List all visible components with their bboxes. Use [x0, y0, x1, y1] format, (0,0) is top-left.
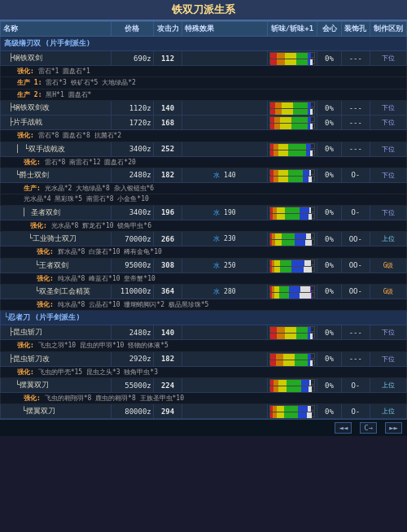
section-row: 高级缮刃双 (片手剑派生): [1, 37, 407, 51]
col-special: 特殊效果: [182, 22, 267, 37]
weapon-name-cell: └工业骑士双刀: [1, 232, 112, 246]
create-cell: G级: [370, 284, 407, 299]
material-row: 强化: 飞虫的翱翔羽*8 鹿虫的翱羽*8 王族圣甲虫*10: [1, 393, 407, 404]
weapon-row[interactable]: └摆翼双刀80000z2940%O-上位: [1, 404, 407, 419]
sharpness-bar-plus: [269, 266, 316, 272]
weapon-row[interactable]: └爵士双剑2480z182水 1400%O-下位: [1, 168, 407, 182]
element-cell: 水 190: [182, 205, 267, 220]
col-slots: 装饰孔: [341, 22, 370, 37]
element-cell: 水 230: [182, 232, 267, 246]
weapon-name-cell: └王者双剑: [1, 258, 112, 273]
material-row: 强化: 雷石*1 圆盘石*1: [1, 66, 407, 77]
sharpness-bar-normal: [269, 169, 316, 175]
sharpness-bar-normal: [269, 207, 316, 212]
price-cell: 3400z: [111, 205, 153, 220]
sharpness-cell: [267, 258, 317, 273]
sharpness-bar-normal: [269, 116, 316, 122]
page-title: 铁双刀派生系: [0, 0, 407, 21]
sharpness-bar-plus: [269, 59, 316, 64]
sharpness-bar-plus: [269, 386, 316, 391]
element-cell: [182, 116, 267, 130]
affinity-cell: 0%: [317, 142, 341, 156]
weapon-name-cell: ├片手战戟: [1, 116, 112, 130]
weapon-name-cell: └爵士双剑: [1, 168, 112, 182]
material-row: 强化: 飞虫的甲壳*15 昆虫之头*3 独角甲虫*3: [1, 366, 407, 377]
weapon-row[interactable]: ├钢铁双剑改1120z1400%---下位: [1, 101, 407, 116]
slots-cell: ---: [341, 116, 370, 130]
sharpness-bar-plus: [269, 360, 316, 365]
weapon-table: 名称 价格 攻击力 特殊效果 斩味/斩味+1 会心 装饰孔 制作区别 高级缮刃双…: [0, 21, 407, 419]
atk-cell: 140: [153, 101, 182, 116]
create-cell: 下位: [370, 325, 407, 340]
weapon-name-cell: │ 圣者双剑: [1, 205, 112, 220]
create-cell: 下位: [370, 51, 407, 66]
sharpness-cell: [267, 404, 317, 419]
weapon-row[interactable]: ├片手战戟1720z1680%---下位: [1, 116, 407, 130]
sharpness-bar-normal: [269, 143, 316, 149]
weapon-row[interactable]: └王者双剑95000z308水 2500%OO-G级: [1, 258, 407, 273]
sharpness-bar-plus: [269, 239, 316, 245]
weapon-row[interactable]: │ └双手战戟改3400z2520%---下位: [1, 142, 407, 156]
nav-left[interactable]: ◄◄: [335, 422, 352, 434]
atk-cell: 182: [153, 351, 182, 366]
atk-cell: 224: [153, 378, 182, 393]
weapon-name-cell: ├昆虫斩刀: [1, 325, 112, 340]
material-row: 生产: 光水晶*2 大地绿晶*8 杂入银链虫*6: [1, 182, 407, 194]
affinity-cell: 0%: [317, 325, 341, 340]
material-row: 生产 1: 雷石*3 铁矿石*5 大地绿晶*2: [1, 77, 407, 89]
weapon-name-cell: └双圣剑工会精英: [1, 284, 112, 299]
col-sharp: 斩味/斩味+1: [267, 22, 317, 37]
atk-cell: 196: [153, 205, 182, 220]
affinity-cell: 0%: [317, 404, 341, 419]
sharpness-bar-normal: [269, 353, 316, 359]
slots-cell: O-: [341, 205, 370, 220]
price-cell: 95000z: [111, 258, 153, 273]
price-cell: 55000z: [111, 378, 153, 393]
weapon-table-container: 名称 价格 攻击力 特殊效果 斩味/斩味+1 会心 装饰孔 制作区别 高级缮刃双…: [0, 21, 407, 419]
affinity-cell: 0%: [317, 232, 341, 246]
sharpness-cell: [267, 378, 317, 393]
atk-cell: 294: [153, 404, 182, 419]
weapon-row[interactable]: └双圣剑工会精英110000z364水 2800%OO-G级: [1, 284, 407, 299]
slots-cell: O-: [341, 168, 370, 182]
nav-info[interactable]: C→: [360, 422, 377, 434]
col-affinity: 会心: [317, 22, 341, 37]
weapon-row[interactable]: │ 圣者双剑3400z196水 1900%O-下位: [1, 205, 407, 220]
atk-cell: 140: [153, 325, 182, 340]
sharpness-bar-normal: [269, 379, 316, 385]
weapon-name-cell: │ └双手战戟改: [1, 142, 112, 156]
weapon-row[interactable]: ├昆虫斩刀2480z1400%---下位: [1, 325, 407, 340]
weapon-row[interactable]: ├昆虫斩刀改2920z1820%---下位: [1, 351, 407, 366]
material-row: 强化: 飞虫之羽*10 昆虫的甲羽*10 怪物的体液*5: [1, 340, 407, 351]
sharpness-bar-plus: [269, 292, 316, 298]
element-cell: [182, 325, 267, 340]
create-cell: 下位: [370, 101, 407, 116]
material-row: 强化: 雷石*8 圆盘石*8 抗菌石*2: [1, 130, 407, 142]
price-cell: 110000z: [111, 284, 153, 299]
weapon-row[interactable]: └摆翼双刀55000z2240%O-上位: [1, 378, 407, 393]
affinity-cell: 0%: [317, 168, 341, 182]
weapon-row[interactable]: ├钢铁双剑690z1120%---下位: [1, 51, 407, 66]
element-cell: [182, 51, 267, 66]
price-cell: 1720z: [111, 116, 153, 130]
sharpness-cell: [267, 101, 317, 116]
weapon-row[interactable]: └工业骑士双刀70000z266水 2300%OO-上位: [1, 232, 407, 246]
sharpness-bar-normal: [269, 259, 316, 265]
sharpness-bar-plus: [269, 213, 316, 219]
create-cell: G级: [370, 258, 407, 273]
create-cell: 上位: [370, 404, 407, 419]
sharpness-cell: [267, 142, 317, 156]
sharpness-cell: [267, 325, 317, 340]
element-cell: [182, 101, 267, 116]
atk-cell: 266: [153, 232, 182, 246]
slots-cell: ---: [341, 142, 370, 156]
slots-cell: O-: [341, 378, 370, 393]
material-row: 强化: 雷石*8 南雷石*12 圆盘石*20: [1, 156, 407, 168]
col-price: 价格: [111, 22, 153, 37]
weapon-name-cell: └摆翼双刀: [1, 378, 112, 393]
create-cell: 下位: [370, 351, 407, 366]
col-name: 名称: [1, 22, 112, 37]
nav-right[interactable]: ►►: [385, 422, 402, 434]
create-cell: 下位: [370, 116, 407, 130]
affinity-cell: 0%: [317, 378, 341, 393]
